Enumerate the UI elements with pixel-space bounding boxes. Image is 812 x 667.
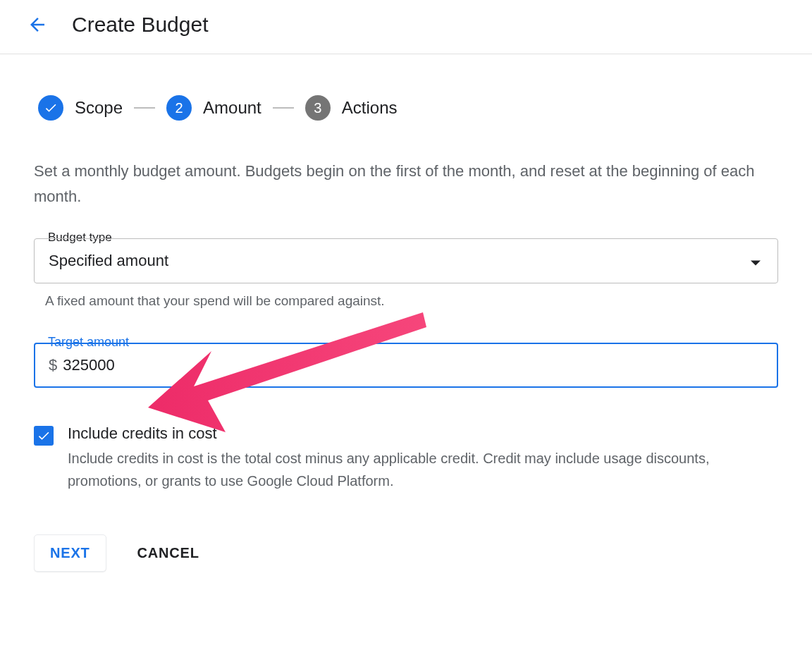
dropdown-caret-icon (751, 252, 761, 270)
step-label: Amount (203, 98, 262, 118)
content-area: Scope 2 Amount 3 Actions Set a monthly b… (0, 54, 812, 572)
currency-symbol: $ (49, 356, 57, 374)
include-credits-row: Include credits in cost Include credits … (34, 424, 778, 492)
step-label: Actions (342, 98, 398, 118)
include-credits-text: Include credits in cost Include credits … (68, 424, 778, 492)
checkmark-icon (37, 429, 51, 443)
back-arrow-icon[interactable] (27, 14, 48, 35)
step-actions[interactable]: 3 Actions (305, 95, 398, 121)
step-label: Scope (75, 98, 123, 118)
step-number: 2 (166, 95, 192, 121)
step-scope[interactable]: Scope (38, 95, 123, 121)
budget-type-select[interactable]: Specified amount (34, 238, 778, 283)
page-title: Create Budget (72, 13, 208, 37)
step-connector (134, 107, 155, 109)
budget-type-value: Specified amount (49, 252, 168, 270)
check-icon (38, 95, 63, 121)
cancel-button[interactable]: CANCEL (137, 545, 199, 561)
budget-type-field: Budget type Specified amount A fixed amo… (34, 238, 778, 309)
include-credits-description: Include credits in cost is the total cos… (68, 447, 778, 492)
target-amount-field: Target amount $ (34, 343, 778, 388)
action-buttons: NEXT CANCEL (34, 534, 778, 572)
step-description: Set a monthly budget amount. Budgets beg… (34, 159, 767, 210)
step-amount[interactable]: 2 Amount (166, 95, 262, 121)
next-button[interactable]: NEXT (34, 534, 106, 572)
include-credits-checkbox[interactable] (34, 426, 54, 446)
page-header: Create Budget (0, 0, 812, 54)
include-credits-title: Include credits in cost (68, 424, 778, 443)
stepper: Scope 2 Amount 3 Actions (38, 95, 778, 121)
step-number: 3 (305, 95, 331, 121)
step-connector (273, 107, 294, 109)
target-amount-input[interactable] (63, 356, 204, 374)
budget-type-helper: A fixed amount that your spend will be c… (45, 293, 778, 309)
target-amount-outline[interactable]: $ (34, 343, 778, 388)
